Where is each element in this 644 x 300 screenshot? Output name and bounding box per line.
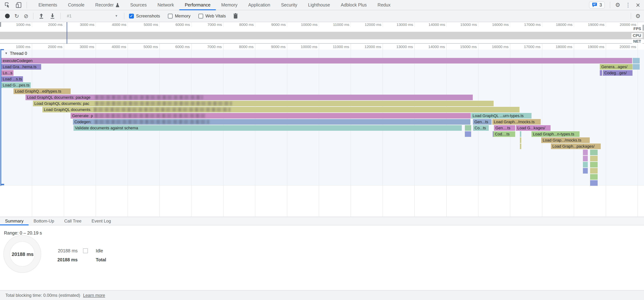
flame-bar-validate-documents-against-schema[interactable]: Validate documents against schema bbox=[74, 125, 462, 131]
flame-bar-executecodegen[interactable]: executeCodegen bbox=[1, 58, 632, 64]
checkbox-web-vitals[interactable]: Web Vitals bbox=[198, 14, 226, 19]
chat-bubble-icon bbox=[592, 3, 597, 7]
tab-sources[interactable]: Sources bbox=[125, 0, 152, 10]
close-devtools-icon[interactable]: × bbox=[636, 2, 640, 9]
flame-bar-load-graphql-documents-package[interactable]: Load GraphQL documents: package bbox=[26, 95, 473, 100]
flame-bar-block[interactable] bbox=[590, 180, 598, 186]
flame-bar-load-graph-packages[interactable]: Load Graph...packages/ bbox=[551, 144, 601, 149]
flame-bar-block[interactable] bbox=[520, 144, 521, 149]
flame-bar-load-gra-hema-ts[interactable]: Load Gra...hema.ts bbox=[1, 64, 41, 70]
settings-gear-icon[interactable]: ⚙ bbox=[615, 2, 620, 8]
flame-bar-load-graph-mocks-ts[interactable]: Load Graph.../mocks.ts bbox=[492, 119, 541, 125]
flame-bar-load-graphql-urn-types-ts[interactable]: Load GraphQL ...urn-types.ts bbox=[471, 113, 532, 119]
flame-bar-block[interactable] bbox=[520, 137, 521, 143]
overview-tick-label: 17000 ms bbox=[506, 22, 541, 27]
flame-bar-load-graphql-documents-pac[interactable]: Load GraphQL documents: pac bbox=[33, 101, 494, 106]
flame-bar-load-graphql-documents[interactable]: Load GraphQL documents: bbox=[42, 107, 520, 112]
flame-bar-block[interactable] bbox=[590, 168, 598, 174]
tab-redux[interactable]: Redux bbox=[372, 0, 396, 10]
collapse-triangle-icon[interactable]: ▼ bbox=[5, 52, 8, 55]
flame-bar-block[interactable] bbox=[465, 131, 471, 137]
flame-bar-load-grap-mocks-ts[interactable]: Load Grap.../mocks.ts bbox=[541, 137, 590, 143]
flame-bar-gen-ts[interactable]: Gen...ts bbox=[473, 119, 492, 125]
flame-bar-co-ts[interactable]: Co...ts bbox=[473, 125, 489, 131]
flame-bar-block[interactable] bbox=[590, 162, 598, 167]
profile-select-value: #1 bbox=[67, 14, 72, 19]
flame-bar-block[interactable] bbox=[633, 64, 640, 70]
tab-lighthouse[interactable]: Lighthouse bbox=[302, 0, 335, 10]
trash-icon[interactable] bbox=[232, 13, 239, 19]
checkbox-memory[interactable]: Memory bbox=[168, 14, 190, 19]
flame-bar-codeg-ges[interactable]: Codeg...ges/ bbox=[603, 70, 632, 76]
console-messages-badge[interactable]: 3 bbox=[589, 2, 605, 9]
flame-bar-load-graphq-ed-types-ts[interactable]: Load GraphQ...ed/types.ts bbox=[14, 89, 70, 94]
reload-and-record-icon[interactable]: ↻ bbox=[14, 13, 19, 19]
flame-bar-block[interactable] bbox=[520, 131, 521, 137]
clear-recording-icon[interactable]: ⊘ bbox=[24, 13, 28, 19]
flame-bar-codegen[interactable]: Codegen: bbox=[73, 119, 470, 125]
flame-bar-label: Load Gra...hema.ts bbox=[3, 65, 36, 69]
tab-network[interactable]: Network bbox=[152, 0, 180, 10]
performance-toolbar: ↻ ⊘ #1 ▼ ✓ScreenshotsMemoryWeb Vitals ⚙ bbox=[0, 10, 644, 22]
legend-label: Total bbox=[96, 257, 106, 262]
flame-bar-block[interactable] bbox=[583, 168, 588, 174]
flame-bar-block[interactable] bbox=[583, 162, 588, 167]
drawer-tab-bottom-up[interactable]: Bottom-Up bbox=[28, 217, 59, 225]
flame-bar-block[interactable] bbox=[590, 174, 598, 180]
flame-bar-load-graph-n-types-ts[interactable]: Load Graph...n-types.ts bbox=[532, 131, 580, 137]
toolbar-divider bbox=[60, 13, 61, 19]
memory-checkbox-label: Memory bbox=[175, 14, 190, 19]
drawer-tab-event-log[interactable]: Event Log bbox=[86, 217, 116, 225]
tab-memory[interactable]: Memory bbox=[216, 0, 243, 10]
thread-header[interactable]: ▼ Thread 0 bbox=[5, 51, 27, 56]
redacted-text-blur bbox=[94, 108, 230, 112]
flame-bar-block[interactable] bbox=[590, 156, 598, 161]
tab-recorder[interactable]: Recorder bbox=[90, 0, 125, 10]
timeline-overview[interactable]: 1000 ms2000 ms3000 ms4000 ms5000 ms6000 … bbox=[0, 22, 644, 44]
screenshots-checkbox-box[interactable]: ✓ bbox=[129, 14, 134, 19]
ruler-tick-label: 10000 ms bbox=[283, 44, 317, 50]
flask-icon bbox=[116, 3, 120, 7]
flame-bar-cod-ts[interactable]: Cod....ts bbox=[494, 131, 515, 137]
checkbox-screenshots[interactable]: ✓Screenshots bbox=[129, 14, 160, 19]
flame-bar-lo-s[interactable]: Lo...s bbox=[1, 70, 14, 76]
drawer-tab-summary[interactable]: Summary bbox=[0, 217, 28, 225]
load-profile-icon[interactable] bbox=[38, 13, 44, 19]
kebab-menu-icon[interactable]: ⋮ bbox=[625, 2, 631, 8]
flame-bar-load-g-pes-ts[interactable]: Load G...pes.ts bbox=[1, 82, 31, 88]
tabbar-divider bbox=[610, 2, 610, 8]
flame-bar-generate-p[interactable]: Generate: p bbox=[70, 113, 471, 119]
flame-bar-load-s-ts[interactable]: Load ...s.ts bbox=[1, 76, 23, 82]
flame-bar-block[interactable] bbox=[583, 156, 588, 161]
ruler-tick-label: 20000 ms bbox=[602, 44, 636, 50]
drawer-tab-call-tree[interactable]: Call Tree bbox=[59, 217, 86, 225]
flame-bar-block[interactable] bbox=[465, 125, 471, 131]
inspect-element-icon[interactable] bbox=[4, 2, 11, 8]
capture-settings-gear-icon[interactable]: ⚙ bbox=[636, 13, 640, 19]
flame-chart[interactable]: ▼ Thread 0 1000 ms2000 ms3000 ms4000 ms5… bbox=[0, 44, 644, 217]
flame-bar-block[interactable] bbox=[590, 150, 598, 155]
web-vitals-checkbox-box[interactable] bbox=[198, 14, 203, 19]
save-profile-icon[interactable] bbox=[49, 13, 56, 19]
flame-bar-block[interactable] bbox=[600, 70, 602, 76]
tab-adblock-plus[interactable]: Adblock Plus bbox=[336, 0, 372, 10]
tab-security[interactable]: Security bbox=[276, 0, 302, 10]
tab-performance[interactable]: Performance bbox=[179, 0, 216, 10]
vertical-scrollbar-thumb[interactable] bbox=[642, 25, 644, 31]
memory-checkbox-box[interactable] bbox=[168, 14, 173, 19]
learn-more-link[interactable]: Learn more bbox=[83, 293, 105, 298]
flame-bar-block[interactable] bbox=[633, 58, 640, 64]
overview-tick-label: 7000 ms bbox=[188, 22, 222, 27]
chart-gridline bbox=[64, 44, 64, 217]
flame-bar-genera-ages[interactable]: Genera...ages/ bbox=[600, 64, 632, 70]
device-toolbar-icon[interactable] bbox=[16, 2, 22, 8]
flame-bar-load-g-kages[interactable]: Load G...kages/ bbox=[516, 125, 550, 131]
flame-bar-block[interactable] bbox=[583, 150, 588, 155]
tab-console[interactable]: Console bbox=[62, 0, 90, 10]
tab-application[interactable]: Application bbox=[243, 0, 276, 10]
tab-elements[interactable]: Elements bbox=[33, 0, 62, 10]
flame-bar-gen-ts[interactable]: Gen....ts bbox=[494, 125, 515, 131]
chart-gridline bbox=[574, 44, 574, 217]
profile-select[interactable]: #1 ▼ bbox=[66, 12, 119, 20]
record-button[interactable] bbox=[5, 14, 10, 18]
